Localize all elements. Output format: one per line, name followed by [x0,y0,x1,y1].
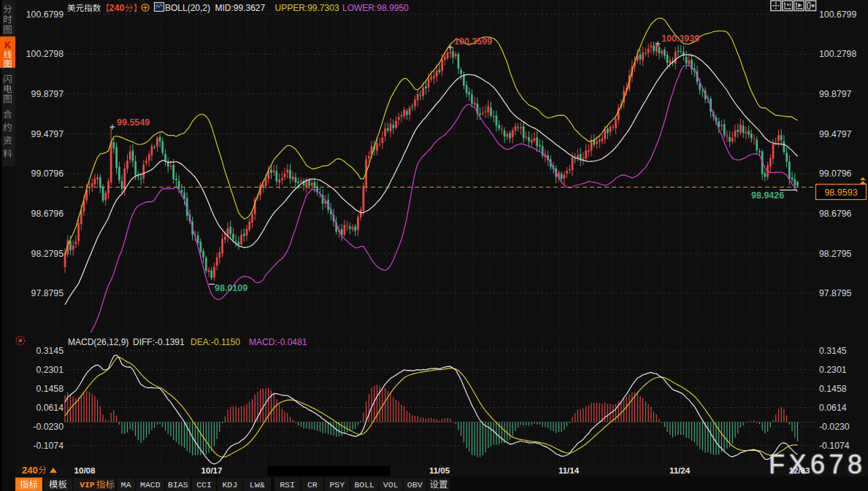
svg-text:MACD: MACD [140,480,161,490]
svg-text:10/08: 10/08 [74,466,96,475]
svg-text:LW&: LW& [250,480,265,490]
svg-text:-0.1074: -0.1074 [33,441,64,451]
svg-text:0.1458: 0.1458 [819,384,847,394]
svg-text:LOWER:98.9950: LOWER:98.9950 [342,3,409,13]
svg-text:99.5549: 99.5549 [117,117,150,128]
svg-text:BOLL(20,2): BOLL(20,2) [165,3,210,13]
svg-text:98.6796: 98.6796 [31,209,64,219]
svg-text:0.0614: 0.0614 [819,403,847,413]
svg-text:100.6799: 100.6799 [26,9,64,20]
svg-text:VOL: VOL [383,480,399,490]
svg-text:98.0109: 98.0109 [215,283,247,293]
svg-text:MACD(26,12,9): MACD(26,12,9) [68,337,128,347]
svg-text:100.3939: 100.3939 [661,34,699,44]
svg-text:0.2301: 0.2301 [819,365,847,375]
svg-text:DEA:-0.1150: DEA:-0.1150 [191,337,240,347]
svg-text:MACD:-0.0481: MACD:-0.0481 [249,337,307,347]
svg-text:100.2798: 100.2798 [819,49,856,59]
svg-text:97.8795: 97.8795 [819,288,852,298]
svg-text:98.6796: 98.6796 [819,209,852,219]
svg-text:0.0614: 0.0614 [36,403,64,413]
svg-text:-0.0230: -0.0230 [819,422,850,432]
svg-text:10/17: 10/17 [201,466,223,475]
svg-text:100.6799: 100.6799 [819,9,856,20]
svg-text:UPPER:99.7303: UPPER:99.7303 [275,3,339,13]
svg-text:99.0796: 99.0796 [31,169,64,179]
svg-text:98.9426: 98.9426 [751,190,784,201]
svg-text:RSI: RSI [280,480,295,490]
svg-text:0.2301: 0.2301 [36,365,64,375]
svg-text:MID:99.3627: MID:99.3627 [215,3,266,13]
svg-text:11/05: 11/05 [429,466,450,475]
svg-text:OBV: OBV [407,480,423,490]
svg-text:99.8797: 99.8797 [31,89,64,99]
svg-text:99.4797: 99.4797 [819,129,852,139]
svg-text:100.2798: 100.2798 [26,49,64,59]
svg-text:0.1458: 0.1458 [36,384,64,394]
svg-text:99.4797: 99.4797 [31,129,64,139]
svg-text:BIAS: BIAS [168,480,188,490]
svg-text:11/14: 11/14 [558,466,580,475]
svg-text:CCI: CCI [196,480,212,490]
svg-text:99.0796: 99.0796 [819,169,852,179]
svg-text:0.3145: 0.3145 [819,346,847,356]
svg-text:99.8797: 99.8797 [819,89,852,99]
svg-text:11/24: 11/24 [669,466,691,475]
svg-text:MA: MA [121,480,131,490]
svg-text:100.3599: 100.3599 [454,36,492,47]
svg-text:98.2795: 98.2795 [819,249,852,259]
svg-text:BOLL: BOLL [354,480,375,490]
svg-text:0.3145: 0.3145 [36,346,64,356]
svg-text:KDJ: KDJ [222,480,237,490]
svg-text:240: 240 [22,465,38,476]
svg-text:PSY: PSY [329,480,345,490]
svg-text:VIP: VIP [80,480,95,490]
svg-text:98.2795: 98.2795 [31,249,64,259]
svg-text:240: 240 [110,3,125,13]
svg-text:98.9593: 98.9593 [824,187,857,198]
svg-text:CR: CR [307,480,318,490]
svg-text:97.8795: 97.8795 [31,288,64,298]
svg-text:DIFF:-0.1391: DIFF:-0.1391 [133,337,185,347]
svg-text:K: K [4,40,11,50]
svg-text:-0.0230: -0.0230 [33,422,64,432]
svg-text:FX678: FX678 [769,449,867,479]
